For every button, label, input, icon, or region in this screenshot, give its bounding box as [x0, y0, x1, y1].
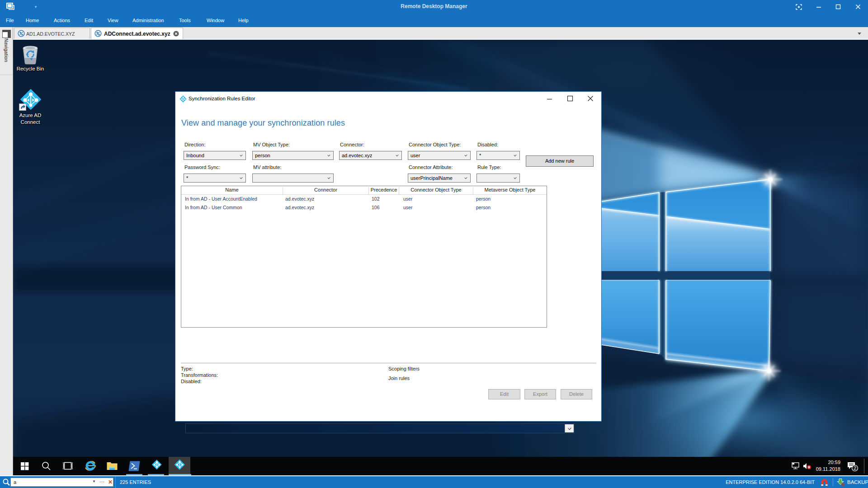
svg-text:2: 2: [854, 466, 856, 471]
